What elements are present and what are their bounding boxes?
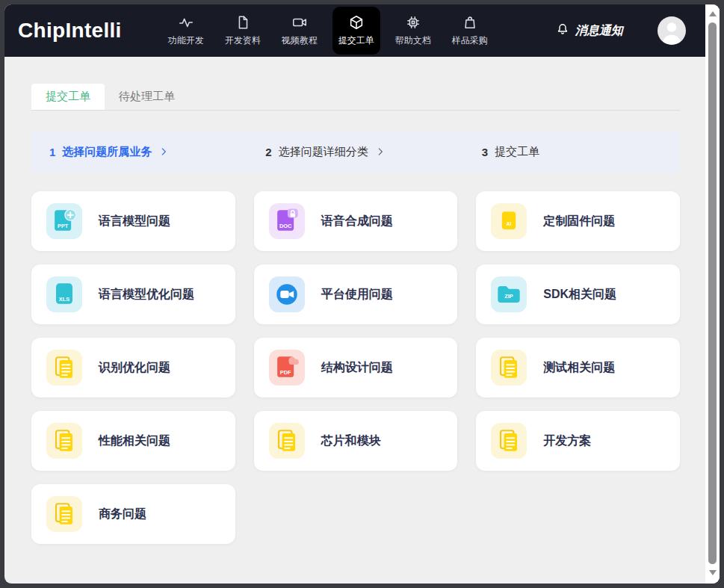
zip-folder-icon: ZIP [491, 276, 527, 312]
notifications-button[interactable]: 消息通知 [555, 22, 623, 40]
video-icon [291, 14, 308, 31]
category-card[interactable]: XLS 语言模型优化问题 [31, 264, 235, 324]
step-number: 2 [265, 146, 271, 158]
category-grid: PPT 语言模型问题 DOC 语音合成问题 AI 定制固件问题 XLS 语言模型… [31, 191, 680, 544]
category-label: 语言模型优化问题 [99, 287, 194, 303]
wizard-step: 2 选择问题详细分类 [247, 145, 463, 159]
step-number: 1 [49, 146, 55, 158]
category-card[interactable]: 芯片和模块 [254, 411, 458, 471]
scrollbar-thumb[interactable] [708, 22, 717, 564]
page: ChipIntelli 功能开发 开发资料 视频教程 提交工单 帮助文档 样品采… [4, 4, 705, 584]
nav-item[interactable]: 帮助文档 [389, 7, 437, 55]
category-label: 测试相关问题 [543, 360, 615, 376]
category-label: 结构设计问题 [321, 360, 393, 376]
step-label: 选择问题所属业务 [62, 145, 152, 159]
pages-icon [46, 423, 82, 459]
ticket-tabs: 提交工单待处理工单 [31, 84, 680, 111]
doc-file-icon: DOC [269, 203, 305, 239]
category-label: 定制固件问题 [543, 214, 615, 229]
category-card[interactable]: ZIP SDK相关问题 [476, 264, 680, 324]
category-card[interactable]: 开发方案 [476, 411, 680, 471]
nav-item[interactable]: 视频教程 [276, 7, 324, 55]
scroll-down-arrow[interactable] [709, 570, 717, 575]
step-label: 提交工单 [495, 145, 539, 159]
category-label: 开发方案 [543, 433, 591, 449]
bell-icon [555, 22, 570, 40]
vertical-scrollbar[interactable] [705, 4, 720, 584]
category-card[interactable]: 平台使用问题 [254, 264, 458, 324]
nav-item[interactable]: 开发资料 [219, 7, 267, 55]
pages-icon [46, 350, 82, 386]
category-label: SDK相关问题 [543, 287, 616, 303]
svg-text:DOC: DOC [279, 223, 292, 229]
category-label: 语言模型问题 [99, 214, 170, 229]
category-card[interactable]: 测试相关问题 [476, 338, 680, 397]
pages-icon [46, 496, 82, 532]
file-icon [235, 14, 251, 31]
svg-text:ZIP: ZIP [505, 293, 514, 300]
pages-icon [491, 423, 527, 459]
main-nav: 功能开发 开发资料 视频教程 提交工单 帮助文档 样品采购 [162, 7, 494, 55]
nav-item[interactable]: 功能开发 [162, 7, 210, 55]
ai-file-icon: AI [491, 203, 527, 239]
category-card[interactable]: AI 定制固件问题 [476, 191, 680, 251]
top-navigation-bar: ChipIntelli 功能开发 开发资料 视频教程 提交工单 帮助文档 样品采… [4, 4, 705, 57]
category-card[interactable]: 性能相关问题 [31, 411, 235, 471]
shopping-bag-icon [462, 14, 478, 31]
category-card[interactable]: 商务问题 [31, 484, 235, 544]
brand-logo: ChipIntelli [18, 19, 122, 43]
category-label: 识别优化问题 [99, 360, 170, 376]
xls-file-icon: XLS [46, 276, 82, 312]
chip-icon [405, 14, 421, 31]
wizard-step: 3 提交工单 [464, 145, 680, 159]
category-label: 芯片和模块 [321, 433, 381, 449]
user-avatar[interactable] [658, 16, 686, 45]
svg-text:AI: AI [507, 221, 512, 226]
category-label: 性能相关问题 [99, 433, 170, 449]
browser-viewport: ChipIntelli 功能开发 开发资料 视频教程 提交工单 帮助文档 样品采… [4, 4, 720, 584]
cube-icon [348, 14, 365, 31]
tab[interactable]: 待处理工单 [105, 84, 189, 110]
svg-text:XLS: XLS [59, 296, 69, 303]
chevron-right-icon [158, 146, 169, 157]
svg-text:PDF: PDF [279, 369, 291, 376]
category-card[interactable]: PDF 结构设计问题 [254, 338, 458, 397]
wizard-stepper: 1 选择问题所属业务 2 选择问题详细分类 3 提交工单 [31, 131, 680, 173]
category-card[interactable]: DOC 语音合成问题 [254, 191, 458, 251]
pages-icon [269, 423, 305, 459]
step-label: 选择问题详细分类 [279, 145, 368, 159]
ppt-file-icon: PPT [46, 203, 82, 239]
nav-item[interactable]: 样品采购 [446, 7, 494, 55]
chevron-right-icon [375, 146, 386, 157]
category-card[interactable]: PPT 语言模型问题 [31, 191, 235, 251]
scroll-up-arrow[interactable] [709, 11, 717, 16]
main-content: 提交工单待处理工单 1 选择问题所属业务 2 选择问题详细分类 3 提交工单 P… [4, 57, 705, 584]
notifications-label: 消息通知 [575, 23, 623, 39]
category-label: 商务问题 [99, 507, 146, 522]
category-label: 平台使用问题 [321, 287, 393, 303]
pages-icon [491, 350, 527, 386]
wizard-step: 1 选择问题所属业务 [31, 145, 247, 159]
svg-text:PPT: PPT [58, 223, 69, 229]
category-card[interactable]: 识别优化问题 [31, 338, 235, 397]
video-camera-icon [269, 276, 305, 312]
category-label: 语音合成问题 [321, 214, 393, 229]
activity-icon [178, 14, 194, 31]
pdf-file-icon: PDF [269, 350, 305, 386]
app-root: { "colors": { "brand_green": "#42b983", … [0, 0, 724, 588]
step-number: 3 [482, 146, 488, 158]
nav-item[interactable]: 提交工单 [332, 7, 380, 55]
tab[interactable]: 提交工单 [31, 84, 105, 110]
